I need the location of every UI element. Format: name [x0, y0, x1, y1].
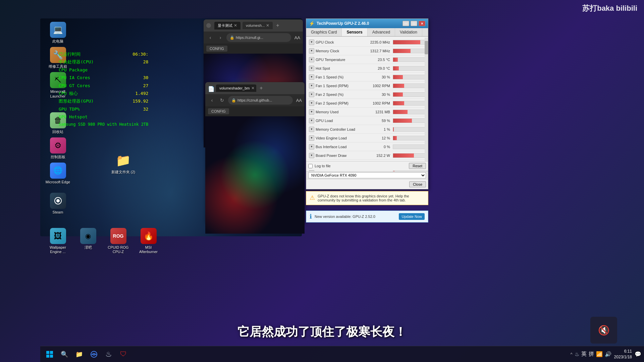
gpuz-row-dropdown[interactable]: ▼: [309, 74, 314, 80]
gpuz-row-dropdown[interactable]: ▼: [309, 57, 314, 62]
desktop-icon-cpuz[interactable]: ROG CPUID ROG CPU-Z: [106, 228, 131, 254]
gpuz-row-dropdown[interactable]: ▼: [309, 83, 314, 88]
cpu-package-label: CPU Package: [59, 66, 88, 74]
gpuz-row-bar-cell: [391, 136, 427, 140]
tray-input-icon[interactable]: 拼: [589, 351, 594, 358]
desktop-icon-edge[interactable]: 🌐 Microsoft Edge: [45, 163, 70, 184]
desktop-icon-wallpaper[interactable]: 🖼 Wallpaper Engine ...: [45, 228, 70, 254]
clock-date: 2023/1/18: [614, 354, 632, 360]
gpuz-row-value: 30 %: [365, 75, 391, 79]
gpuz-row-value: 12 %: [365, 136, 391, 140]
gpuz-tab-validation[interactable]: Validation: [395, 28, 422, 36]
desktop-icon-controlpanel[interactable]: ⚙ 控制面板: [45, 137, 70, 159]
gpuz-sensor-row: ▼ GPU Clock 2235.0 MHz: [308, 38, 427, 47]
gpuz-reset-btn[interactable]: Reset: [409, 163, 426, 169]
browser2-tab1[interactable]: volumeshader_bm ✕: [216, 84, 256, 92]
browser2-back[interactable]: ‹: [208, 98, 216, 103]
tray-arrow[interactable]: ^: [571, 352, 573, 357]
gpuz-row-dropdown[interactable]: ▼: [309, 109, 314, 115]
desktop-icon-steam[interactable]: Steam: [45, 193, 70, 215]
gpuz-row-label: Memory Used: [316, 110, 338, 114]
tray-wifi-icon[interactable]: 📶: [596, 351, 603, 357]
browser1-back[interactable]: ‹: [206, 35, 214, 40]
bilibili-watermark: 苏打baka bilibili: [582, 3, 637, 13]
warning-text: GPU-Z does not know this graphics device…: [318, 194, 425, 202]
gpuz-row-dropdown[interactable]: ▼: [309, 153, 314, 158]
gpuz-row-label: Fan 1 Speed (RPM): [316, 84, 348, 88]
browser1-tab1[interactable]: 显卡测试 ✕: [214, 22, 240, 29]
gpuz-bar: [393, 144, 425, 149]
search-button[interactable]: 🔍: [58, 348, 71, 361]
gpuz-row-dropdown[interactable]: ▼: [309, 118, 314, 123]
gpuz-row-dropdown[interactable]: ▼: [309, 101, 314, 106]
gpuz-window-controls: ─ □ ✕: [402, 21, 425, 26]
browser1-tab2[interactable]: volumesh... ✕: [243, 22, 273, 29]
gpuz-row-dropdown[interactable]: ▼: [309, 48, 314, 54]
gpuz-scrollbar-thumb[interactable]: [425, 41, 428, 54]
browser1-url: https://cznull.gi...: [236, 36, 263, 40]
taskbar-steam-button[interactable]: ♨: [102, 348, 115, 361]
gpuz-row-dropdown[interactable]: ▼: [309, 135, 314, 141]
browser2-refresh[interactable]: ↻: [218, 98, 226, 103]
browser1-address-bar[interactable]: 🔒 https://cznull.gi...: [226, 33, 291, 42]
running-time-label: 已运行时间: [59, 50, 80, 58]
start-button[interactable]: [43, 348, 56, 361]
gpuz-notification-info: ℹ New version available: GPU-Z 2.52.0 Up…: [306, 210, 428, 223]
browser1-tab2-close[interactable]: ✕: [266, 23, 269, 28]
gpuz-log-checkbox[interactable]: [308, 164, 313, 168]
gpuz-maximize-btn[interactable]: □: [411, 21, 417, 26]
desktop-icon-msi[interactable]: 🔥 MSI Afterburner: [136, 228, 161, 254]
gpuz-row-label: Hot Spot: [316, 66, 330, 70]
taskbar-right: ^ ♨ 英 拼 📶 🔊 6:11 2023/1/18 💬: [571, 349, 642, 360]
browser1-add-tab[interactable]: +: [276, 22, 279, 28]
browser2-config-btn[interactable]: CONFIG: [208, 108, 229, 114]
browser1-config-btn[interactable]: CONFIG: [206, 46, 227, 52]
tray-steam-icon[interactable]: ♨: [575, 351, 579, 357]
browser1-forward[interactable]: ›: [216, 35, 224, 40]
gpuz-row-bar-cell: [391, 92, 427, 97]
browser1-tab1-close[interactable]: ✕: [234, 23, 237, 28]
gpuz-bar: [393, 40, 425, 45]
gpuz-row-value: 2235.0 MHz: [365, 40, 391, 44]
browser2-address-bar[interactable]: 🔒 https://cznull.github...: [228, 96, 293, 105]
gpuz-sensor-row: ▼ Bus Interface Load 0 %: [308, 142, 427, 151]
update-now-btn[interactable]: Update Now: [399, 213, 425, 220]
cpu-core-value: 1.492: [135, 89, 148, 97]
gpuz-main-close-btn[interactable]: Close: [409, 181, 426, 187]
gpuz-footer: Log to file Reset: [306, 161, 428, 170]
gpuz-bar: [393, 49, 425, 53]
browser-button[interactable]: [87, 348, 101, 361]
gpuz-row-dropdown[interactable]: ▼: [309, 40, 314, 45]
gpuz-row-label: Fan 1 Speed (%): [316, 75, 343, 79]
taskbar-antivirus-button[interactable]: 🛡: [117, 348, 130, 361]
gpuz-scrollbar[interactable]: [425, 38, 428, 172]
svg-rect-4: [46, 355, 49, 358]
gpuz-tab-sensors[interactable]: Sensors: [342, 28, 367, 36]
desktop-icon-pc[interactable]: 💻 此电脑: [45, 22, 70, 44]
taskbar: 🔍 📁 ♨ 🛡 ^ ♨ 英 拼 📶 🔊 6:11: [40, 346, 644, 362]
desktop-icon-steam2[interactable]: ◉ 澪吧: [75, 228, 101, 254]
browser2-tab1-close[interactable]: ✕: [251, 86, 255, 90]
browser2-aa-icon: AA: [296, 98, 302, 103]
gpuz-minimize-btn[interactable]: ─: [402, 21, 409, 26]
gpuz-tab-sensors-label: Sensors: [346, 30, 362, 35]
desktop-icon-folder-new[interactable]: 📁 新建文件夹 (2): [111, 153, 136, 174]
tray-zh-icon[interactable]: 英: [581, 351, 587, 358]
files-button[interactable]: 📁: [72, 348, 86, 361]
gpuz-device-select[interactable]: NVIDIA GeForce RTX 4090: [308, 172, 426, 178]
gpuz-row-dropdown[interactable]: ▼: [309, 144, 314, 149]
gpuz-row-value: 1 %: [365, 127, 391, 131]
gpuz-row-dropdown[interactable]: ▼: [309, 127, 314, 132]
clock-display[interactable]: 6:11 2023/1/18: [614, 349, 632, 360]
gpuz-row-dropdown[interactable]: ▼: [309, 66, 314, 71]
gpuz-close-btn[interactable]: ✕: [419, 21, 425, 26]
gpuz-row-dropdown[interactable]: ▼: [309, 92, 314, 97]
gpuz-log-label: Log to file: [315, 164, 407, 168]
gpuz-tab-graphics-card[interactable]: Graphics Card: [306, 28, 342, 36]
browser2-add-tab[interactable]: +: [260, 85, 263, 91]
gpu-value: 159.92: [132, 97, 148, 105]
gpuz-sensor-row: ▼ Hot Spot 29.0 °C: [308, 64, 427, 73]
tray-volume-icon[interactable]: 🔊: [605, 351, 611, 357]
gpuz-tab-advanced[interactable]: Advanced: [368, 28, 395, 36]
notification-center-icon[interactable]: 💬: [635, 351, 641, 357]
